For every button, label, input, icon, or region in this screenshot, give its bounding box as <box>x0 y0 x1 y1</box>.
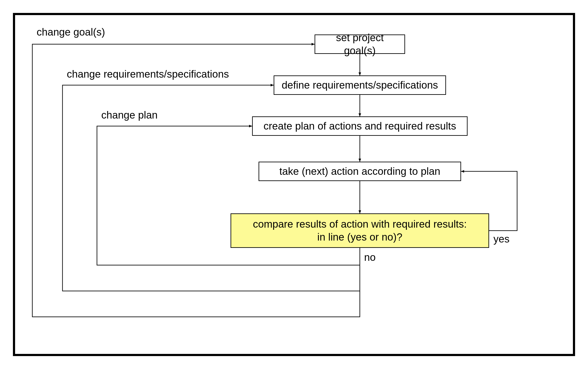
label-no: no <box>364 251 375 264</box>
diagram-frame: set project goal(s) define requirements/… <box>13 13 575 356</box>
node-take-action: take (next) action according to plan <box>259 162 461 181</box>
node-define-req: define requirements/specifications <box>274 75 446 95</box>
node-create-plan-text: create plan of actions and required resu… <box>264 120 456 133</box>
diagram-canvas: set project goal(s) define requirements/… <box>0 0 588 369</box>
node-set-goal: set project goal(s) <box>314 34 405 54</box>
label-change-plan: change plan <box>101 109 158 121</box>
label-change-goal: change goal(s) <box>37 26 105 38</box>
node-create-plan: create plan of actions and required resu… <box>252 116 467 136</box>
label-yes: yes <box>493 233 510 245</box>
label-change-req: change requirements/specifications <box>67 68 229 80</box>
node-take-action-text: take (next) action according to plan <box>279 165 440 178</box>
node-compare-text: compare results of action with required … <box>253 218 467 244</box>
node-compare: compare results of action with required … <box>231 213 489 248</box>
node-define-req-text: define requirements/specifications <box>282 79 438 92</box>
node-set-goal-text: set project goal(s) <box>320 31 400 57</box>
connector-layer <box>15 15 573 354</box>
